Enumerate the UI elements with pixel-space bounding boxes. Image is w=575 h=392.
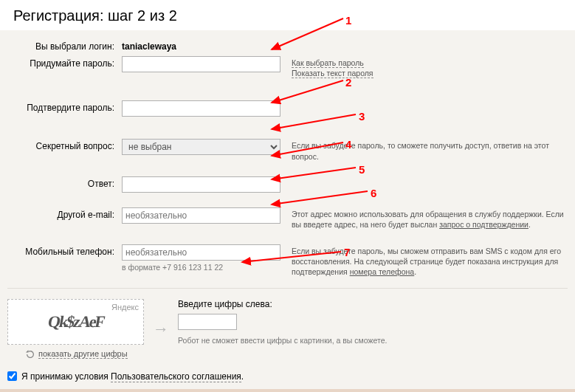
- phone-row: Мобильный телефон: в формате +7 916 123 …: [7, 244, 568, 278]
- email-confirm-link[interactable]: запрос о подтверждении: [439, 220, 528, 229]
- captcha-scribble: Qk$zAeF: [47, 312, 106, 331]
- submit-bar: Зарегистрировать 8: [0, 389, 575, 392]
- other-email-row: Другой e-mail: Этот адрес можно использо…: [7, 207, 568, 230]
- other-email-label: Другой e-mail:: [7, 207, 122, 220]
- answer-input[interactable]: [122, 176, 280, 193]
- registration-form: Вы выбрали логин: taniaclewaya Придумайт…: [0, 30, 575, 389]
- captcha-note: Робот не сможет ввести цифры с картинки,…: [178, 336, 568, 345]
- secret-question-label: Секретный вопрос:: [7, 139, 122, 151]
- confirm-password-input[interactable]: [122, 100, 280, 117]
- arrow-right-icon: →: [153, 320, 169, 339]
- captcha-brand: Яндекс: [111, 303, 139, 312]
- login-row: Вы выбрали логин: taniaclewaya: [7, 39, 568, 52]
- other-email-input[interactable]: [122, 207, 280, 224]
- captcha-image: Яндекс Qk$zAeF: [7, 299, 144, 345]
- login-label: Вы выбрали логин:: [7, 39, 122, 52]
- agreement-row: Я принимаю условия Пользовательского сог…: [7, 371, 568, 382]
- svg-line-5: [272, 191, 368, 204]
- confirm-password-label: Подтвердите пароль:: [7, 100, 122, 113]
- agreement-checkbox[interactable]: [7, 371, 17, 381]
- captcha-input[interactable]: [178, 314, 237, 330]
- page-title: Регистрация: шаг 2 из 2: [0, 0, 575, 30]
- phone-confirm-link[interactable]: номера телефона: [350, 267, 415, 276]
- annotation-5: 5: [359, 163, 365, 176]
- agreement-link[interactable]: Пользовательского соглашения: [111, 371, 241, 382]
- secret-question-select[interactable]: не выбран: [122, 139, 280, 155]
- confirm-password-row: Подтвердите пароль:: [7, 100, 568, 117]
- phone-format-hint: в формате +7 916 123 11 22: [122, 263, 286, 272]
- password-label: Придумайте пароль:: [7, 56, 122, 69]
- phone-hint: Если вы забудете пароль, мы сможем отпра…: [286, 244, 568, 278]
- login-value: taniaclewaya: [122, 39, 176, 52]
- secret-question-hint: Если вы забудете пароль, то сможете полу…: [286, 139, 568, 161]
- captcha-refresh-link[interactable]: показать другие цифры: [38, 349, 128, 359]
- answer-label: Ответ:: [7, 176, 122, 189]
- phone-label: Мобильный телефон:: [7, 244, 122, 257]
- show-password-link[interactable]: Показать текст пароля: [292, 69, 373, 78]
- secret-question-row: Секретный вопрос: не выбран Если вы забу…: [7, 139, 568, 161]
- choose-password-link[interactable]: Как выбрать пароль: [292, 58, 364, 68]
- answer-row: Ответ:: [7, 176, 568, 193]
- password-row: Придумайте пароль: Как выбрать пароль По…: [7, 56, 568, 78]
- other-email-hint: Этот адрес можно использовать для обраще…: [286, 207, 568, 230]
- refresh-icon[interactable]: [25, 349, 35, 360]
- captcha-label: Введите цифры слева:: [178, 299, 568, 309]
- phone-input[interactable]: [122, 244, 280, 261]
- password-input[interactable]: [122, 56, 280, 72]
- svg-line-1: [272, 80, 343, 103]
- captcha-block: Яндекс Qk$zAeF показать другие цифры → В…: [7, 288, 568, 360]
